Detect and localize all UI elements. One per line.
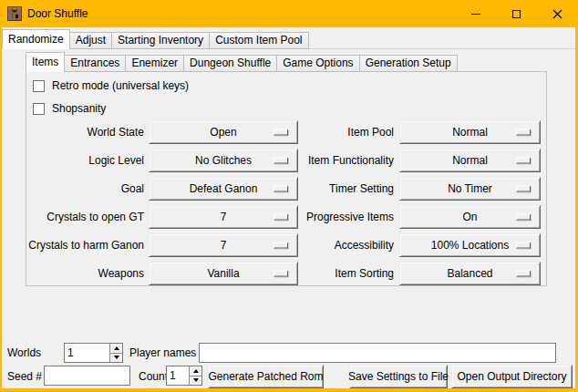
- door-icon: [7, 6, 22, 21]
- field-row: Crystals to harm Ganon 7 Accessibility 1…: [0, 233, 578, 257]
- world-state-dropdown[interactable]: Open: [149, 120, 298, 144]
- menu-indicator-icon: [274, 186, 288, 192]
- tab-game-options[interactable]: Game Options: [276, 55, 359, 72]
- seed-input[interactable]: [44, 366, 130, 386]
- window-border-left: [0, 0, 2, 392]
- field-row: Goal Defeat Ganon Timer Setting No Timer: [0, 177, 578, 201]
- item-sorting-label: Item Sorting: [292, 262, 394, 285]
- item-pool-label: Item Pool: [292, 120, 394, 144]
- tab-entrances[interactable]: Entrances: [64, 55, 126, 72]
- logic-level-dropdown[interactable]: No Glitches: [149, 149, 298, 172]
- window-border-bottom: [0, 388, 578, 392]
- retro-mode-label: Retro mode (universal keys): [52, 79, 189, 92]
- accessibility-dropdown[interactable]: 100% Locations: [399, 233, 541, 257]
- field-row: World State Open Item Pool Normal: [0, 120, 578, 144]
- weapons-dropdown[interactable]: Vanilla: [149, 262, 298, 285]
- main-tab-bar: Randomize Adjust Starting Inventory Cust…: [2, 29, 309, 49]
- worlds-spin-down-button[interactable]: [110, 353, 122, 363]
- menu-indicator-icon: [274, 214, 288, 221]
- menu-indicator-icon: [516, 271, 531, 277]
- menu-indicator-icon: [516, 129, 531, 136]
- minimize-button[interactable]: [455, 0, 496, 27]
- crystals-ganon-label: Crystals to harm Ganon: [18, 233, 144, 257]
- progressive-items-dropdown[interactable]: On: [399, 205, 541, 229]
- timer-setting-value: No Timer: [448, 182, 492, 195]
- window-controls: [455, 0, 578, 27]
- menu-indicator-icon: [274, 271, 288, 277]
- menu-indicator-icon: [274, 158, 288, 164]
- tab-adjust[interactable]: Adjust: [69, 32, 112, 49]
- count-spin-arrows: [189, 366, 201, 385]
- goal-dropdown[interactable]: Defeat Ganon: [149, 177, 298, 201]
- window-title: Door Shuffle: [27, 7, 88, 20]
- item-functionality-dropdown[interactable]: Normal: [399, 149, 541, 172]
- worlds-spin-arrows: [109, 344, 122, 362]
- worlds-input[interactable]: [65, 344, 109, 362]
- progressive-items-label: Progressive Items: [292, 205, 394, 229]
- spin-up-icon: [114, 346, 119, 350]
- shopsanity-row: Shopsanity: [33, 102, 106, 115]
- count-spin-up-button[interactable]: [190, 366, 201, 376]
- spin-up-icon: [193, 369, 199, 373]
- item-functionality-value: Normal: [452, 154, 488, 167]
- seed-label: Seed #: [7, 366, 42, 387]
- spin-down-icon: [193, 378, 199, 382]
- generate-patched-rom-button[interactable]: Generate Patched Rom: [208, 365, 324, 388]
- count-spin-down-button[interactable]: [190, 376, 201, 386]
- field-row: Logic Level No Glitches Item Functionali…: [0, 149, 578, 172]
- menu-indicator-icon: [516, 214, 531, 221]
- close-icon: [552, 9, 563, 19]
- crystals-ganon-value: 7: [221, 239, 227, 252]
- accessibility-label: Accessibility: [292, 233, 394, 257]
- tab-custom-item-pool[interactable]: Custom Item Pool: [209, 32, 308, 49]
- count-label: Count: [139, 366, 168, 387]
- tab-items[interactable]: Items: [26, 52, 65, 72]
- tab-enemizer[interactable]: Enemizer: [125, 55, 184, 72]
- logic-level-label: Logic Level: [18, 149, 144, 172]
- crystals-gt-label: Crystals to open GT: [18, 205, 144, 229]
- retro-mode-checkbox[interactable]: [33, 80, 45, 92]
- player-names-input[interactable]: [199, 343, 556, 363]
- player-names-label: Player names: [129, 343, 196, 363]
- shopsanity-checkbox[interactable]: [33, 103, 45, 115]
- shopsanity-label: Shopsanity: [52, 102, 106, 115]
- crystals-gt-value: 7: [221, 211, 227, 223]
- minimize-icon: [471, 14, 480, 15]
- maximize-icon: [512, 10, 521, 18]
- field-row: Weapons Vanilla Item Sorting Balanced: [0, 262, 578, 285]
- worlds-label: Worlds: [7, 343, 41, 363]
- world-state-label: World State: [18, 120, 144, 144]
- timer-setting-label: Timer Setting: [292, 177, 394, 201]
- tab-randomize[interactable]: Randomize: [2, 29, 70, 49]
- save-settings-button[interactable]: Save Settings to File: [349, 365, 448, 388]
- goal-value: Defeat Ganon: [190, 182, 258, 195]
- crystals-gt-dropdown[interactable]: 7: [149, 205, 298, 229]
- timer-setting-dropdown[interactable]: No Timer: [399, 177, 541, 201]
- retro-mode-row: Retro mode (universal keys): [33, 79, 189, 92]
- progressive-items-value: On: [462, 211, 477, 223]
- field-row: Crystals to open GT 7 Progressive Items …: [0, 205, 578, 229]
- menu-indicator-icon: [516, 242, 531, 249]
- worlds-spin-up-button[interactable]: [110, 344, 122, 353]
- door-shuffle-window: Door Shuffle Randomize Adjust Starting I…: [0, 0, 578, 392]
- count-input[interactable]: [167, 366, 189, 385]
- weapons-label: Weapons: [18, 262, 144, 285]
- menu-indicator-icon: [274, 129, 288, 136]
- count-spinbox: [166, 366, 202, 386]
- weapons-value: Vanilla: [207, 267, 239, 280]
- crystals-ganon-dropdown[interactable]: 7: [149, 233, 298, 257]
- maximize-button[interactable]: [496, 0, 537, 27]
- worlds-spinbox: [64, 343, 123, 363]
- tab-dungeon-shuffle[interactable]: Dungeon Shuffle: [183, 55, 277, 72]
- menu-indicator-icon: [516, 186, 531, 192]
- menu-indicator-icon: [516, 158, 531, 164]
- tab-generation-setup[interactable]: Generation Setup: [359, 55, 458, 72]
- spin-down-icon: [114, 356, 119, 359]
- close-button[interactable]: [537, 0, 578, 27]
- goal-label: Goal: [18, 177, 144, 201]
- tab-starting-inventory[interactable]: Starting Inventory: [111, 32, 210, 49]
- titlebar: Door Shuffle: [0, 0, 578, 27]
- item-sorting-dropdown[interactable]: Balanced: [399, 262, 541, 285]
- open-output-directory-button[interactable]: Open Output Directory: [451, 365, 573, 388]
- item-pool-dropdown[interactable]: Normal: [399, 120, 541, 144]
